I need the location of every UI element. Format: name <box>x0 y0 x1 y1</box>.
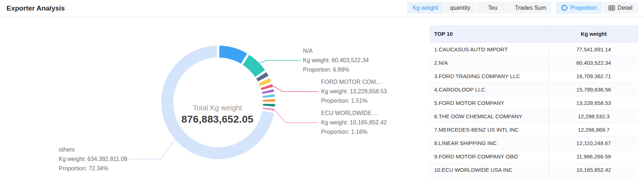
callout-name: N/A <box>303 46 369 56</box>
callout-name: ECU WORLDWIDE ... <box>321 109 387 118</box>
table-row: 5.FORD MOTOR COMPANY13,228,658.53 <box>429 96 638 110</box>
metric-button-teu[interactable]: Teu <box>477 2 509 14</box>
kg-weight-cell: 10,165,852.42 <box>549 163 638 177</box>
leader-line-others <box>129 140 175 159</box>
donut-slice-n-a[interactable] <box>242 54 266 77</box>
exporter-name-cell: 2.N/A <box>429 56 549 69</box>
exporter-name-cell: 4.CARGOLOOP LLC <box>429 83 549 96</box>
chart-center-label: Total Kg weight 876,883,652.05 <box>159 104 275 125</box>
exporter-name-cell: 1.CAUCASUS AUTO IMPORT <box>429 43 549 56</box>
metric-button-kg-weight[interactable]: Kg weight <box>407 2 443 14</box>
top10-table: TOP 10 Kg weight 1.CAUCASUS AUTO IMPORT7… <box>429 25 638 177</box>
kg-weight-cell: 60,403,522.34 <box>549 56 638 69</box>
donut-slice-mercedes-benz-us-intl-inc[interactable] <box>262 94 275 98</box>
view-button-detail[interactable]: Detail <box>603 2 638 14</box>
chart-callout-na: N/A Kg weight: 60,403,522.34 Proportion:… <box>303 46 369 75</box>
chart-center-value: 876,883,652.05 <box>159 114 275 125</box>
kg-weight-cell: 15,799,836.56 <box>549 83 638 96</box>
top10-table-body: 1.CAUCASUS AUTO IMPORT77,541,691.142.N/A… <box>429 43 638 177</box>
kg-weight-cell: 16,709,362.71 <box>549 69 638 83</box>
leader-line-ecu <box>275 110 319 123</box>
callout-kg-weight: Kg weight: 634,382,811.09 <box>59 154 127 164</box>
callout-name: FORD MOTOR COM... <box>321 77 387 87</box>
callout-kg-weight: Kg weight: 10,165,852.42 <box>321 118 387 127</box>
toolbar: Kg weight quantity Teu Trades Sum Propor… <box>406 2 638 14</box>
donut-slice-linear-shipping-inc[interactable] <box>263 99 275 102</box>
table-row: 7.MERCEDES-BENZ US INTL INC12,266,869.7 <box>429 123 638 136</box>
kg-weight-cell: 12,266,869.7 <box>549 123 638 136</box>
kg-weight-cell: 11,986,266.59 <box>549 150 638 163</box>
metric-button-quantity[interactable]: quantity <box>444 2 476 14</box>
chart-callout-ecu-worldwide: ECU WORLDWIDE ... Kg weight: 10,165,852.… <box>321 109 387 137</box>
table-header-top10: TOP 10 <box>429 25 549 43</box>
chart-callout-ford-motor-company: FORD MOTOR COM... Kg weight: 13,228,658.… <box>321 77 387 106</box>
leader-line-na <box>257 60 301 64</box>
callout-proportion: Proportion: 1.16% <box>321 127 387 137</box>
callout-name: others <box>59 145 127 154</box>
donut-slice-caucasus-auto-import[interactable] <box>219 45 248 64</box>
table-icon <box>608 5 615 11</box>
table-row: 9.FORD MOTOR COMPANY OBO11,986,266.59 <box>429 150 638 163</box>
table-row: 6.THE DOW CHEMICAL COMPANY12,288,532.3 <box>429 110 638 123</box>
table-row: 4.CARGOLOOP LLC15,799,836.56 <box>429 83 638 96</box>
exporter-name-cell: 6.THE DOW CHEMICAL COMPANY <box>429 110 549 123</box>
chart-callout-others: others Kg weight: 634,382,811.09 Proport… <box>59 145 127 173</box>
kg-weight-cell: 77,541,691.14 <box>549 43 638 56</box>
callout-proportion: Proportion: 1.51% <box>321 96 387 106</box>
chart-center-title: Total Kg weight <box>159 104 275 112</box>
exporter-name-cell: 9.FORD MOTOR COMPANY OBO <box>429 150 549 163</box>
table-row: 10.ECU WORLDWIDE USA INC10,165,852.42 <box>429 163 638 177</box>
exporter-name-cell: 8.LINEAR SHIPPING INC <box>429 136 549 150</box>
kg-weight-cell: 12,288,532.3 <box>549 110 638 123</box>
callout-kg-weight: Kg weight: 60,403,522.34 <box>303 56 369 65</box>
exporter-name-cell: 7.MERCEDES-BENZ US INTL INC <box>429 123 549 136</box>
exporter-name-cell: 5.FORD MOTOR COMPANY <box>429 96 549 110</box>
table-header-row: TOP 10 Kg weight <box>429 25 638 43</box>
leader-line-ford <box>273 86 319 92</box>
kg-weight-cell: 12,110,248.67 <box>549 136 638 150</box>
callout-proportion: Proportion: 72.34% <box>59 164 127 173</box>
table-row: 3.FORD TRADING COMPANY LLC16,709,362.71 <box>429 69 638 83</box>
callout-kg-weight: Kg weight: 13,228,658.53 <box>321 87 387 96</box>
kg-weight-cell: 13,228,658.53 <box>549 96 638 110</box>
metric-button-trades-sum[interactable]: Trades Sum <box>510 2 552 14</box>
table-row: 8.LINEAR SHIPPING INC12,110,248.67 <box>429 136 638 150</box>
callout-proportion: Proportion: 6.89% <box>303 65 369 75</box>
table-row: 1.CAUCASUS AUTO IMPORT77,541,691.14 <box>429 43 638 56</box>
table-row: 2.N/A60,403,522.34 <box>429 56 638 69</box>
exporter-name-cell: 3.FORD TRADING COMPANY LLC <box>429 69 549 83</box>
pie-chart-icon <box>561 5 568 11</box>
view-button-proportion[interactable]: Proportion <box>556 2 602 14</box>
table-header-kg-weight: Kg weight <box>549 25 638 43</box>
exporter-name-cell: 10.ECU WORLDWIDE USA INC <box>429 163 549 177</box>
